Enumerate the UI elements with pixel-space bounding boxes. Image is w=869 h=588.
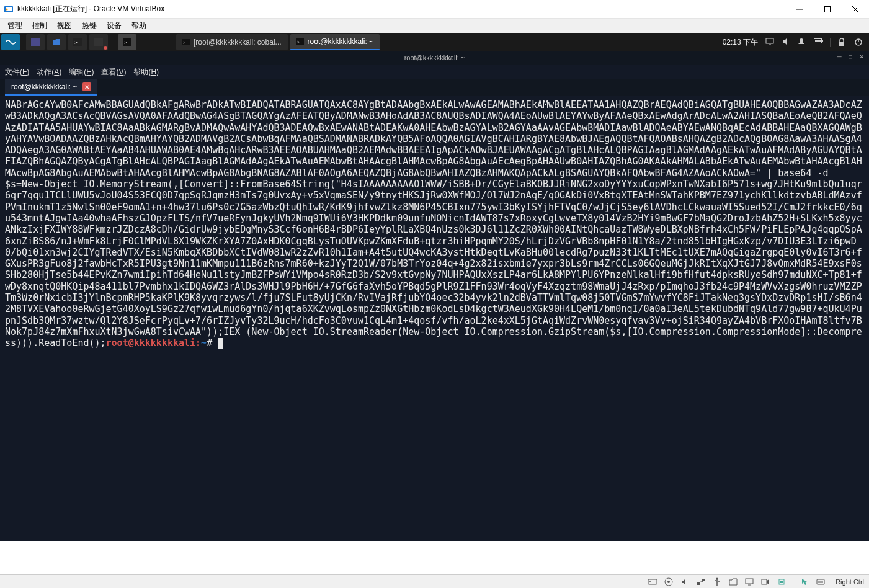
svg-rect-10 [94,38,103,46]
panel-clock[interactable]: 02:13 下午 [723,37,758,48]
terminal-menubar: 文件(F) 动作(A) 编辑(E) 查看(V) 帮助(H) [0,65,869,79]
terminal-close-button[interactable]: ✕ [858,53,865,60]
svg-rect-7 [31,38,40,46]
cursor [218,338,223,349]
terminal-menu-action[interactable]: 动作(A) [37,67,61,78]
terminal-menu-edit[interactable]: 编辑(E) [69,67,94,78]
menu-manage[interactable]: 管理 [2,19,27,32]
power-icon[interactable] [854,38,863,47]
launcher-app2[interactable] [89,34,108,50]
svg-point-28 [667,581,670,583]
svg-point-26 [649,581,651,582]
svg-rect-30 [702,579,705,581]
taskbar-item-label: [root@kkkkkkkkali: cobal... [194,38,282,47]
terminal-icon: > [296,38,304,45]
prompt-symbol: # [207,337,212,349]
taskbar-item-1[interactable]: > [root@kkkkkkkkali: cobal... [176,34,288,50]
prompt-path: ~ [201,337,207,349]
prompt-user: root@kkkkkkkkali [106,337,196,349]
terminal-menu-view[interactable]: 查看(V) [101,67,126,78]
kali-menu-launcher[interactable] [1,34,20,50]
virtualbox-menubar: 管理 控制 视图 热键 设备 帮助 [0,19,869,33]
terminal-window: root@kkkkkkkkali: ~ ─ □ ✕ 文件(F) 动作(A) 编辑… [0,51,869,541]
close-button[interactable] [841,0,869,19]
terminal-minimize-button[interactable]: ─ [836,53,843,60]
svg-rect-4 [824,6,830,12]
taskbar-item-2[interactable]: > root@kkkkkkkkali: ~ [290,34,380,50]
status-cpu-icon[interactable] [777,577,787,586]
terminal-titlebar: root@kkkkkkkkali: ~ ─ □ ✕ [0,51,869,65]
taskbar-item-label: root@kkkkkkkkali: ~ [308,37,374,46]
svg-rect-40 [780,581,783,583]
menu-hotkeys[interactable]: 热键 [77,19,102,32]
terminal-tab-label: root@kkkkkkkkali: ~ [11,82,78,91]
svg-point-2 [6,8,8,10]
svg-text:>: > [183,40,185,45]
menu-help[interactable]: 帮助 [127,19,151,32]
svg-rect-21 [815,40,821,42]
svg-rect-41 [817,579,824,584]
terminal-tab-close-icon[interactable]: ✕ [82,82,91,91]
svg-point-33 [716,577,718,579]
status-optical-icon[interactable] [664,577,674,586]
menu-devices[interactable]: 设备 [102,19,127,32]
launcher-terminal-active[interactable]: > [118,34,136,50]
menu-control[interactable]: 控制 [27,19,52,32]
display-icon[interactable] [765,38,774,47]
minimize-button[interactable] [785,0,813,19]
svg-text:>: > [124,40,127,45]
terminal-icon: > [182,39,190,45]
launcher-files[interactable] [47,34,66,50]
hostkey-label: Right Ctrl [836,578,864,586]
terminal-menu-help[interactable]: 帮助(H) [133,67,159,78]
terminal-output-1: NABrAGcAYwB0AFcAMwBBAGUAdQBkAFgARwBrADkA… [5,99,862,179]
status-display-icon[interactable] [744,577,754,586]
battery-icon[interactable] [814,38,822,47]
svg-line-31 [698,581,703,582]
launcher-app1[interactable] [26,34,45,50]
status-recording-icon[interactable] [760,577,770,586]
svg-rect-20 [822,40,823,42]
terminal-title-text: root@kkkkkkkkali: ~ [404,54,465,61]
svg-rect-36 [746,579,753,584]
status-usb-icon[interactable] [712,577,722,586]
virtualbox-icon [4,4,14,14]
notifications-icon[interactable] [798,38,806,47]
svg-text:>: > [297,40,300,44]
virtualbox-statusbar: Right Ctrl [0,574,869,588]
launcher-terminal1[interactable]: > [68,34,87,50]
window-title: kkkkkkkali [正在运行] - Oracle VM VirtualBox [17,4,164,14]
terminal-output-2: $s=New-Object IO.MemoryStream(,[Convert]… [5,179,862,349]
menu-view[interactable]: 视图 [52,19,77,32]
terminal-tab-1[interactable]: root@kkkkkkkkali: ~ ✕ [5,79,97,96]
svg-rect-29 [697,582,700,585]
svg-text:>: > [74,40,78,45]
terminal-menu-file[interactable]: 文件(F) [5,67,29,78]
maximize-button[interactable] [813,0,841,19]
status-mouse-icon[interactable] [800,577,809,586]
status-shared-folder-icon[interactable] [728,577,738,586]
terminal-maximize-button[interactable]: □ [847,53,854,60]
volume-icon[interactable] [782,38,790,47]
status-audio-icon[interactable] [680,577,690,586]
svg-rect-17 [766,38,773,43]
terminal-body[interactable]: NABrAGcAYwB0AFcAMwBBAGUAdQBkAFgARwBrADkA… [0,96,869,541]
terminal-tabbar: root@kkkkkkkkali: ~ ✕ [0,79,869,96]
svg-rect-38 [762,579,767,584]
status-hostkey-icon[interactable] [816,577,826,586]
svg-rect-22 [839,42,844,46]
status-hdd-icon[interactable] [648,577,657,586]
status-network-icon[interactable] [696,577,706,586]
lock-icon[interactable] [838,38,847,47]
